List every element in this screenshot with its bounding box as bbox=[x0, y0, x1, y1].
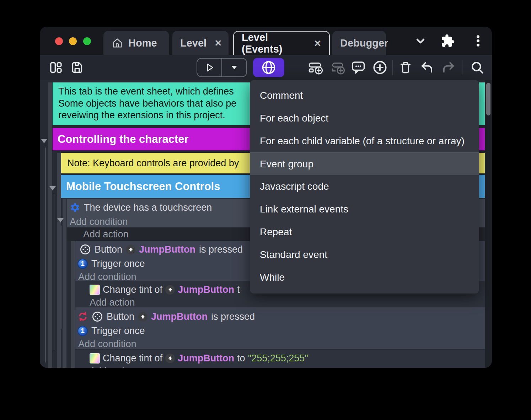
gamepad-icon bbox=[92, 311, 103, 322]
tab-level-events[interactable]: Level (Events) ✕ bbox=[233, 31, 330, 55]
app-window: Home Level ✕ Level (Events) ✕ Debugger bbox=[40, 27, 492, 368]
save-icon[interactable] bbox=[67, 55, 87, 80]
tab-label: Home bbox=[128, 37, 157, 49]
condition-text: The device has a touchscreen bbox=[84, 202, 212, 213]
tab-list-chevron-down-icon[interactable] bbox=[413, 33, 428, 49]
tab-home[interactable]: Home bbox=[103, 31, 169, 55]
redo-icon[interactable] bbox=[438, 55, 459, 80]
tab-bar: Home Level ✕ Level (Events) ✕ Debugger bbox=[40, 27, 492, 55]
add-event-icon[interactable] bbox=[305, 55, 326, 80]
divider bbox=[462, 60, 462, 75]
traffic-minimize-button[interactable] bbox=[69, 37, 77, 45]
add-condition-link[interactable]: Add condition bbox=[78, 271, 136, 282]
menu-item-for-each-object[interactable]: For each object bbox=[250, 107, 479, 130]
indent-thread-line bbox=[61, 226, 62, 329]
tint-swatch-icon bbox=[90, 353, 100, 364]
tint-value: "255;255;255" bbox=[248, 353, 308, 364]
undo-icon[interactable] bbox=[417, 55, 437, 80]
menu-item-javascript-code[interactable]: Javascript code bbox=[250, 175, 479, 198]
object-name: Button bbox=[95, 244, 122, 255]
close-icon[interactable]: ✕ bbox=[314, 38, 321, 49]
indent-thread-line bbox=[54, 194, 54, 350]
instance-name: JumpButton bbox=[178, 353, 234, 364]
traffic-close-button[interactable] bbox=[55, 37, 63, 45]
add-condition-link[interactable]: Add condition bbox=[70, 216, 128, 227]
add-action-link[interactable]: Add action bbox=[83, 229, 129, 240]
action-block-change-tint-2[interactable]: Change tint of JumpButton to "255;255;25… bbox=[75, 350, 485, 368]
action-text: Change tint of bbox=[103, 284, 162, 295]
vertical-scrollbar[interactable] bbox=[485, 80, 492, 368]
event-margin-bar bbox=[57, 153, 61, 368]
globe-icon bbox=[261, 60, 277, 75]
tab-debugger[interactable]: Debugger bbox=[332, 31, 386, 55]
tab-label: Debugger bbox=[340, 37, 388, 49]
trigger-once-text: Trigger once bbox=[91, 258, 145, 269]
gamepad-icon bbox=[80, 244, 91, 255]
invert-condition-icon bbox=[77, 311, 88, 322]
instance-up-arrow-icon bbox=[165, 285, 175, 295]
tint-swatch-icon bbox=[90, 285, 100, 295]
add-action-link[interactable]: Add action bbox=[90, 366, 135, 368]
home-icon bbox=[111, 37, 123, 49]
collapse-arrow-icon[interactable] bbox=[41, 139, 47, 143]
instance-name: JumpButton bbox=[178, 284, 234, 295]
collapse-arrow-icon[interactable] bbox=[49, 186, 56, 190]
context-menu-items: CommentFor each objectFor each child var… bbox=[250, 84, 479, 289]
event-block-button-pressed-2[interactable]: Button JumpButton is pressed 1 Trigger o… bbox=[75, 307, 485, 349]
add-condition-link[interactable]: Add condition bbox=[78, 339, 136, 350]
remote-preview-globe-button[interactable] bbox=[253, 58, 284, 77]
action-text: to bbox=[237, 353, 245, 364]
close-icon[interactable]: ✕ bbox=[214, 38, 222, 48]
condition-suffix: is pressed bbox=[211, 311, 255, 322]
addons-puzzle-icon[interactable] bbox=[440, 33, 456, 49]
menu-item-repeat[interactable]: Repeat bbox=[250, 221, 479, 243]
collapse-arrow-icon[interactable] bbox=[57, 218, 64, 222]
kebab-menu-icon[interactable] bbox=[470, 33, 486, 49]
comment-bubble-icon[interactable] bbox=[348, 55, 369, 80]
preview-play-split-button bbox=[197, 58, 247, 77]
menu-item-event-group[interactable]: Event group bbox=[250, 152, 479, 175]
instance-name: JumpButton bbox=[151, 311, 208, 322]
gear-icon bbox=[70, 202, 80, 213]
action-text: Change tint of bbox=[103, 353, 162, 364]
instance-up-arrow-icon bbox=[165, 354, 175, 363]
menu-item-standard-event[interactable]: Standard event bbox=[250, 243, 479, 266]
scrollbar-thumb[interactable] bbox=[486, 83, 490, 115]
play-button[interactable] bbox=[197, 59, 221, 76]
traffic-zoom-button[interactable] bbox=[83, 37, 91, 45]
tab-label: Level bbox=[180, 37, 206, 49]
toolbar bbox=[40, 55, 492, 80]
add-circle-icon[interactable] bbox=[370, 55, 390, 80]
add-subevent-icon[interactable] bbox=[327, 55, 348, 80]
group-title: Mobile Touchscreen Controls bbox=[66, 180, 220, 193]
play-dropdown-caret-icon[interactable] bbox=[222, 59, 246, 76]
tab-label: Level (Events) bbox=[242, 32, 306, 55]
indent-thread-line bbox=[45, 147, 46, 362]
menu-item-link-external-events[interactable]: Link external events bbox=[250, 198, 479, 221]
trigger-once-icon: 1 bbox=[77, 326, 88, 336]
add-action-link[interactable]: Add action bbox=[90, 297, 135, 308]
divider bbox=[392, 60, 393, 75]
action-text-tail: t bbox=[237, 284, 240, 295]
event-margin-bar bbox=[71, 241, 75, 368]
instance-up-arrow-icon bbox=[126, 245, 135, 254]
menu-item-for-each-child-variable-of-a-structure-or-array[interactable]: For each child variable (of a structure … bbox=[250, 130, 479, 152]
instance-name: JumpButton bbox=[139, 244, 195, 255]
note-text: Note: Keyboard controls are provided by bbox=[67, 158, 239, 169]
search-icon[interactable] bbox=[467, 55, 488, 80]
context-menu: CommentFor each objectFor each child var… bbox=[250, 80, 479, 294]
tab-level[interactable]: Level ✕ bbox=[172, 31, 229, 55]
trigger-once-icon: 1 bbox=[77, 259, 88, 269]
event-margin-bar bbox=[63, 199, 66, 368]
layout-panels-icon[interactable] bbox=[45, 55, 66, 80]
object-name: Button bbox=[107, 311, 134, 322]
screen: Home Level ✕ Level (Events) ✕ Debugger bbox=[0, 0, 531, 420]
event-margin-bar bbox=[48, 82, 52, 368]
trigger-once-text: Trigger once bbox=[91, 325, 145, 336]
condition-suffix: is pressed bbox=[199, 244, 243, 255]
menu-item-while[interactable]: While bbox=[250, 266, 479, 289]
menu-item-comment[interactable]: Comment bbox=[250, 84, 479, 107]
instance-up-arrow-icon bbox=[138, 312, 148, 322]
delete-trash-icon[interactable] bbox=[395, 55, 416, 80]
group-title: Controlling the character bbox=[58, 133, 189, 146]
